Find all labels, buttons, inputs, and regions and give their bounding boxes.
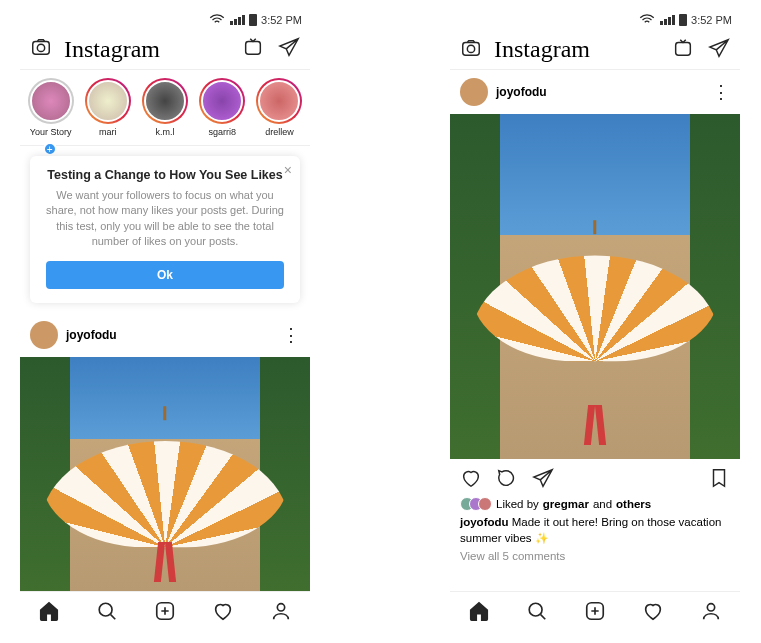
status-time: 3:52 PM bbox=[691, 14, 732, 26]
story-label: drellew bbox=[265, 127, 294, 137]
new-post-tab-icon[interactable] bbox=[154, 600, 176, 626]
status-bar: 3:52 PM bbox=[20, 10, 310, 30]
post-author-username[interactable]: joyofodu bbox=[496, 85, 712, 99]
svg-point-5 bbox=[277, 603, 284, 610]
activity-tab-icon[interactable] bbox=[212, 600, 234, 626]
story-item[interactable]: mari bbox=[83, 78, 132, 137]
post-author-username[interactable]: joyofodu bbox=[66, 328, 282, 342]
post-header: joyofodu ⋮ bbox=[20, 313, 310, 357]
signal-icon bbox=[660, 15, 675, 25]
svg-rect-0 bbox=[33, 42, 50, 55]
instagram-logo[interactable]: Instagram bbox=[64, 36, 242, 63]
igtv-icon[interactable] bbox=[242, 36, 264, 62]
instagram-logo[interactable]: Instagram bbox=[494, 36, 672, 63]
liked-by-others[interactable]: others bbox=[616, 498, 651, 510]
ok-button[interactable]: Ok bbox=[46, 261, 284, 289]
home-tab-icon[interactable] bbox=[468, 600, 490, 626]
post-actions bbox=[450, 459, 740, 497]
share-icon[interactable] bbox=[532, 467, 554, 493]
camera-icon[interactable] bbox=[30, 36, 52, 62]
more-options-icon[interactable]: ⋮ bbox=[282, 326, 300, 344]
liker-avatars bbox=[460, 497, 492, 511]
post-author-avatar[interactable] bbox=[460, 78, 488, 106]
svg-point-11 bbox=[707, 603, 714, 610]
liked-by-and: and bbox=[593, 498, 612, 510]
story-item[interactable]: sgarri8 bbox=[198, 78, 247, 137]
status-time: 3:52 PM bbox=[261, 14, 302, 26]
liked-by-row[interactable]: Liked by gregmar and others bbox=[460, 497, 730, 511]
search-tab-icon[interactable] bbox=[526, 600, 548, 626]
svg-rect-6 bbox=[463, 42, 480, 55]
new-post-tab-icon[interactable] bbox=[584, 600, 606, 626]
direct-messages-icon[interactable] bbox=[278, 36, 300, 62]
search-tab-icon[interactable] bbox=[96, 600, 118, 626]
bottom-tab-bar bbox=[20, 591, 310, 633]
svg-point-7 bbox=[467, 45, 474, 52]
view-comments-link[interactable]: View all 5 comments bbox=[460, 550, 730, 562]
story-label: k.m.l bbox=[156, 127, 175, 137]
post-image[interactable] bbox=[20, 357, 310, 591]
profile-tab-icon[interactable] bbox=[270, 600, 292, 626]
igtv-icon[interactable] bbox=[672, 37, 694, 63]
post-image[interactable] bbox=[450, 114, 740, 459]
likes-test-notice: × Testing a Change to How You See Likes … bbox=[30, 156, 300, 304]
add-story-plus-icon[interactable]: + bbox=[43, 142, 57, 156]
caption-username[interactable]: joyofodu bbox=[460, 516, 509, 528]
liked-by-user[interactable]: gregmar bbox=[543, 498, 589, 510]
profile-tab-icon[interactable] bbox=[700, 600, 722, 626]
story-label: Your Story bbox=[30, 127, 72, 137]
close-icon[interactable]: × bbox=[284, 162, 292, 178]
home-tab-icon[interactable] bbox=[38, 600, 60, 626]
story-item[interactable]: k.m.l bbox=[140, 78, 189, 137]
wifi-icon bbox=[638, 11, 656, 29]
status-bar: 3:52 PM bbox=[450, 10, 740, 30]
battery-icon bbox=[249, 14, 257, 26]
stories-tray[interactable]: + Your Story mari k.m.l sgarri8 drellew bbox=[20, 70, 310, 146]
notice-body: We want your followers to focus on what … bbox=[46, 188, 284, 250]
like-icon[interactable] bbox=[460, 467, 482, 493]
notice-title: Testing a Change to How You See Likes bbox=[46, 168, 284, 182]
battery-icon bbox=[679, 14, 687, 26]
story-item[interactable]: drellew bbox=[255, 78, 304, 137]
story-label: mari bbox=[99, 127, 117, 137]
phone-screen-right: 3:52 PM Instagram joyofodu ⋮ bbox=[450, 10, 740, 633]
svg-point-1 bbox=[37, 45, 44, 52]
phone-screen-left: 3:52 PM Instagram + Your Story mari k.m.… bbox=[20, 10, 310, 633]
comment-icon[interactable] bbox=[496, 467, 518, 493]
story-label: sgarri8 bbox=[208, 127, 236, 137]
post-header: joyofodu ⋮ bbox=[450, 70, 740, 114]
svg-rect-2 bbox=[246, 42, 261, 55]
post-meta: Liked by gregmar and others joyofodu Mad… bbox=[450, 497, 740, 562]
top-nav: Instagram bbox=[20, 30, 310, 70]
wifi-icon bbox=[208, 11, 226, 29]
save-icon[interactable] bbox=[708, 467, 730, 493]
post-caption: joyofodu Made it out here! Bring on thos… bbox=[460, 515, 730, 546]
bottom-tab-bar bbox=[450, 591, 740, 633]
svg-point-3 bbox=[99, 603, 112, 616]
svg-rect-8 bbox=[676, 42, 691, 55]
activity-tab-icon[interactable] bbox=[642, 600, 664, 626]
top-nav: Instagram bbox=[450, 30, 740, 70]
signal-icon bbox=[230, 15, 245, 25]
liked-by-prefix: Liked by bbox=[496, 498, 539, 510]
caption-emoji: ✨ bbox=[535, 532, 549, 544]
svg-point-9 bbox=[529, 603, 542, 616]
camera-icon[interactable] bbox=[460, 37, 482, 63]
post-author-avatar[interactable] bbox=[30, 321, 58, 349]
story-your-story[interactable]: + Your Story bbox=[26, 78, 75, 137]
direct-messages-icon[interactable] bbox=[708, 37, 730, 63]
more-options-icon[interactable]: ⋮ bbox=[712, 83, 730, 101]
